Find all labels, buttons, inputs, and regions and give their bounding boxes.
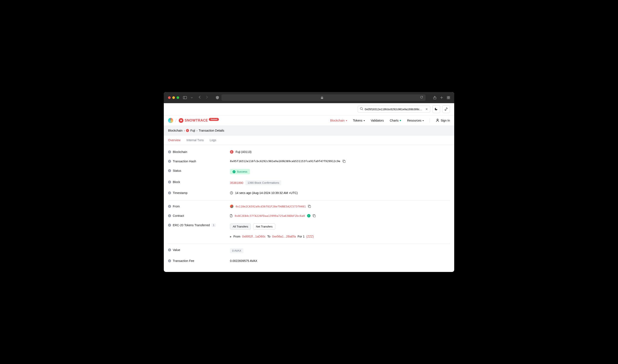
value: All Transfers Net Transfers ▶ From 0x895…	[230, 223, 450, 238]
info-icon[interactable]: i	[168, 191, 171, 195]
tab-internal-txns[interactable]: Internal Txns	[186, 135, 204, 145]
chrome-center	[216, 94, 425, 101]
search-input[interactable]	[365, 108, 424, 111]
info-icon[interactable]: i	[168, 181, 171, 183]
label-text: Block	[173, 180, 180, 184]
info-icon[interactable]: i	[168, 248, 171, 251]
theme-toggle-button[interactable]	[432, 105, 440, 113]
row-value: i Value 0 AVAX	[168, 244, 450, 256]
back-button[interactable]	[198, 95, 201, 100]
svg-rect-0	[183, 96, 187, 99]
transfer-from-link[interactable]: 0x8952f...1aD60c	[242, 235, 266, 238]
from-label: From	[233, 235, 240, 238]
nav-label: Validators	[371, 119, 384, 122]
net-transfers-tab[interactable]: Net Transfers	[253, 223, 275, 230]
status-text: Success	[237, 170, 247, 173]
sidebar-toggle-icon[interactable]	[183, 96, 187, 99]
to-label: To	[267, 235, 270, 238]
svg-rect-6	[447, 98, 448, 99]
for-label: For 1	[298, 235, 305, 238]
info-icon[interactable]: i	[168, 160, 171, 163]
nav-label: Charts	[390, 119, 399, 122]
close-window-button[interactable]	[168, 96, 171, 99]
maximize-window-button[interactable]	[177, 96, 179, 99]
main-nav: / ✱ SNOWTRACE Testnet Blockchain ▾ Token…	[164, 115, 454, 126]
nav-resources[interactable]: Resources ▾	[407, 119, 424, 122]
value: C Fuji (43113)	[230, 150, 450, 154]
label: i Transaction Fee	[168, 259, 230, 262]
minimize-window-button[interactable]	[172, 96, 175, 99]
dropdown-chevron-icon[interactable]	[191, 97, 193, 98]
chain-badge-icon: C	[186, 129, 189, 132]
value: 0x05f18312e116fcbc6292c981e9a169b389ceb5…	[230, 160, 450, 163]
row-status: i Status ✓ Success	[168, 166, 450, 177]
blockchain-value: Fuji (43113)	[235, 150, 252, 154]
copy-icon[interactable]	[308, 205, 311, 208]
value: 0x118e2CA592a9cd36f81F28ef9dBE5A2C573f04…	[230, 205, 450, 208]
clear-search-icon[interactable]: ✕	[425, 107, 428, 111]
nav-charts[interactable]: Charts	[390, 119, 401, 122]
forward-button[interactable]	[206, 95, 208, 100]
privacy-shield-icon[interactable]	[216, 96, 219, 99]
label: i Blockchain	[168, 150, 230, 154]
svg-point-9	[437, 119, 438, 120]
label-text: Timestamp	[173, 191, 188, 195]
tabs-grid-icon[interactable]	[447, 96, 450, 99]
svg-rect-13	[313, 215, 315, 217]
copy-icon[interactable]	[343, 160, 346, 163]
nav-tokens[interactable]: Tokens ▾	[353, 119, 365, 122]
row-erc20: i ERC-20 Tokens Transferred 1 All Transf…	[168, 221, 450, 241]
contract-file-icon	[230, 214, 232, 217]
transfer-token-link[interactable]: (ZZZ)	[306, 235, 314, 238]
value: 35381890 1390 Block Confirmations	[230, 180, 450, 185]
fee-value: 0.0022839575 AVAX	[230, 259, 257, 262]
all-transfers-tab[interactable]: All Transfers	[230, 223, 251, 230]
info-icon[interactable]: i	[168, 205, 171, 208]
copy-icon[interactable]	[313, 214, 316, 217]
logo-area: / ✱ SNOWTRACE Testnet	[168, 118, 219, 123]
tab-logs[interactable]: Logs	[210, 135, 216, 145]
browser-window: ✕ / ✱ SNOWTRACE Testnet Blockchain ▾ Tok	[164, 92, 454, 272]
row-from: i From 0x118e2CA592a9cd36f81F28ef9dBE5A2…	[168, 200, 450, 211]
logo-divider: /	[175, 118, 177, 123]
label-text: Transaction Hash	[173, 160, 196, 163]
block-link[interactable]: 35381890	[230, 181, 243, 184]
search-box[interactable]: ✕	[358, 106, 430, 113]
label-text: Value	[173, 248, 180, 252]
erc20-count-badge: 1	[211, 223, 216, 227]
info-icon[interactable]: i	[168, 224, 171, 227]
info-icon[interactable]: i	[168, 259, 171, 262]
timestamp-value: 14 secs ago (Aug-14-2024 10:39:32 AM +UT…	[235, 191, 298, 195]
breadcrumb-fuji[interactable]: Fuji	[190, 129, 195, 132]
svg-rect-12	[309, 206, 311, 208]
value: 14 secs ago (Aug-14-2024 10:39:32 AM +UT…	[230, 191, 450, 195]
hash-value: 0x05f18312e116fcbc6292c981e9a169b389ceb5…	[230, 160, 340, 163]
value: 0 AVAX	[230, 248, 450, 253]
svg-rect-10	[343, 161, 345, 163]
contract-address-link[interactable]: 0x8C2E84c37fA226FDaa13999a725a638DbF2bc6…	[235, 214, 305, 218]
info-icon[interactable]: i	[168, 150, 171, 153]
transfer-to-link[interactable]: 0xe56a1...2BaEfa	[272, 235, 296, 238]
url-bar[interactable]	[221, 94, 425, 101]
lock-icon	[224, 96, 420, 99]
share-icon[interactable]	[433, 96, 436, 99]
breadcrumb-blockchain[interactable]: Blockchain	[168, 129, 183, 132]
nav-items: Blockchain ▾ Tokens ▾ Validators Charts …	[330, 118, 450, 123]
reload-icon[interactable]	[420, 96, 423, 100]
avalanche-logo-icon[interactable]	[168, 118, 173, 123]
breadcrumb-current: Transaction Details	[199, 129, 224, 132]
nav-validators[interactable]: Validators	[371, 119, 384, 122]
link-button[interactable]	[442, 105, 450, 113]
info-icon[interactable]: i	[168, 169, 171, 172]
nav-blockchain[interactable]: Blockchain ▾	[330, 119, 347, 122]
new-tab-icon[interactable]	[440, 96, 443, 99]
traffic-lights	[168, 96, 179, 99]
snowtrace-logo[interactable]: ✱ SNOWTRACE Testnet	[179, 118, 219, 123]
from-address-link[interactable]: 0x118e2CA592a9cd36f81F28ef9dBE5A2C573f04…	[235, 205, 306, 208]
tab-overview[interactable]: Overview	[168, 135, 180, 145]
nav-label: Blockchain	[330, 119, 345, 122]
row-hash: i Transaction Hash 0x05f18312e116fcbc629…	[168, 156, 450, 166]
signin-button[interactable]: Sign In	[436, 118, 450, 123]
info-icon[interactable]: i	[168, 214, 171, 217]
brand-name: SNOWTRACE	[185, 118, 208, 122]
